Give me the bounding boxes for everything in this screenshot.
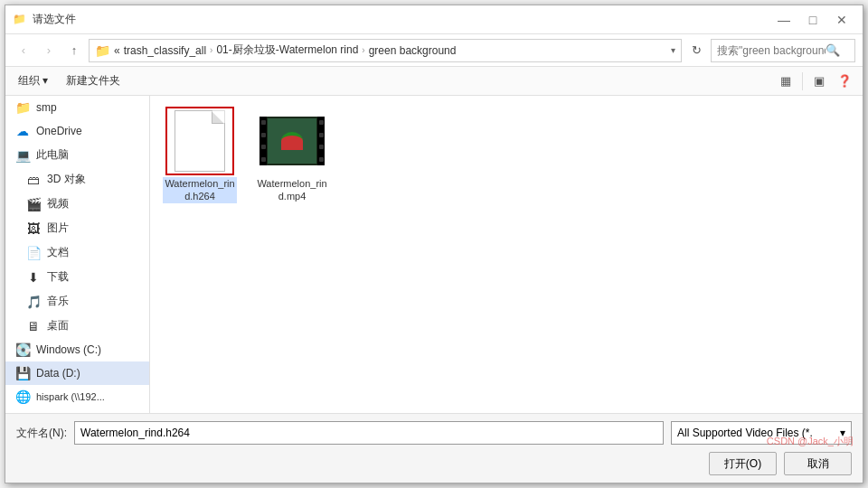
address-bar[interactable]: 📁 « trash_classify_all › 01-厨余垃圾-Waterme… bbox=[89, 39, 682, 62]
up-button[interactable]: ↑ bbox=[63, 40, 85, 61]
film-hole bbox=[261, 133, 266, 137]
sidebar: 📁 smp ☁ OneDrive 💻 此电脑 🗃 3D 对象 🎬 视频 🖼 bbox=[5, 96, 150, 413]
sidebar-item-label: 桌面 bbox=[47, 318, 69, 333]
titlebar-left: 📁 请选文件 bbox=[13, 12, 76, 27]
organize-button[interactable]: 组织 ▾ bbox=[13, 71, 53, 90]
film-hole bbox=[261, 145, 266, 149]
drive-c-icon: 💽 bbox=[14, 343, 31, 357]
dialog-icon: 📁 bbox=[13, 13, 27, 27]
titlebar: 📁 请选文件 — □ ✕ bbox=[5, 5, 863, 34]
open-button[interactable]: 打开(O) bbox=[709, 452, 777, 475]
drive-d-icon: 💾 bbox=[14, 366, 31, 380]
titlebar-controls: — □ ✕ bbox=[770, 11, 855, 29]
film-strip-right bbox=[317, 117, 325, 165]
folder-icon: 📁 bbox=[14, 100, 31, 115]
dialog-title: 请选文件 bbox=[33, 12, 76, 27]
sidebar-item-desktop[interactable]: 🖥 桌面 bbox=[5, 314, 149, 338]
file-dialog: 📁 请选文件 — □ ✕ ‹ › ↑ 📁 « trash_classify_al… bbox=[5, 5, 863, 483]
sidebar-item-datad[interactable]: 💾 Data (D:) bbox=[5, 361, 149, 385]
forward-button[interactable]: › bbox=[38, 40, 60, 61]
watermelon-graphic bbox=[281, 132, 303, 150]
doc-icon: 📄 bbox=[25, 246, 42, 260]
breadcrumb-sep1: › bbox=[210, 45, 212, 55]
desktop-icon: 🖥 bbox=[25, 319, 42, 333]
sidebar-item-music[interactable]: 🎵 音乐 bbox=[5, 289, 149, 314]
search-icon[interactable]: 🔍 bbox=[826, 43, 840, 57]
document-icon bbox=[175, 110, 225, 172]
search-bar[interactable]: 🔍 bbox=[711, 39, 855, 62]
video-thumbnail bbox=[259, 117, 325, 165]
sidebar-item-image[interactable]: 🖼 图片 bbox=[5, 216, 149, 240]
folder-icon: 📁 bbox=[95, 43, 110, 58]
film-hole bbox=[319, 120, 324, 125]
filename-row: 文件名(N): All Supported Video Files (*. ▾ bbox=[16, 421, 852, 445]
sidebar-item-doc[interactable]: 📄 文档 bbox=[5, 240, 149, 265]
sidebar-item-hispark[interactable]: 🌐 hispark (\\192... bbox=[5, 385, 149, 408]
film-hole bbox=[261, 157, 266, 162]
organize-toolbar: 组织 ▾ 新建文件夹 ▦ ▣ ❓ bbox=[5, 67, 863, 96]
filename-label: 文件名(N): bbox=[16, 426, 67, 441]
refresh-button[interactable]: ↻ bbox=[685, 40, 707, 61]
file-icon-wrapper bbox=[259, 108, 325, 174]
view-large-icon-button[interactable]: ▦ bbox=[775, 70, 797, 92]
file-name: Watermelon_rind.h264 bbox=[163, 177, 237, 203]
minimize-button[interactable]: — bbox=[770, 11, 797, 29]
download-icon: ⬇ bbox=[25, 270, 42, 285]
breadcrumb-current: green background bbox=[369, 44, 457, 57]
breadcrumb-part1: trash_classify_all bbox=[124, 44, 206, 57]
sidebar-item-label: Windows (C:) bbox=[36, 343, 101, 356]
film-hole bbox=[261, 120, 266, 125]
filename-input[interactable] bbox=[74, 421, 664, 445]
film-strip-left bbox=[259, 117, 267, 165]
file-item[interactable]: Watermelon_rind.mp4 bbox=[251, 105, 333, 207]
video-icon: 🎬 bbox=[25, 197, 42, 211]
sidebar-item-thispc[interactable]: 💻 此电脑 bbox=[5, 143, 149, 167]
file-grid: Watermelon_rind.h264 bbox=[159, 105, 854, 207]
sidebar-item-label: 文档 bbox=[47, 245, 69, 260]
sidebar-item-video[interactable]: 🎬 视频 bbox=[5, 192, 149, 216]
help-button[interactable]: ❓ bbox=[834, 70, 855, 92]
sidebar-item-onedrive[interactable]: ☁ OneDrive bbox=[5, 119, 149, 143]
address-dropdown-icon[interactable]: ▾ bbox=[671, 45, 675, 55]
breadcrumb-part2: 01-厨余垃圾-Watermelon rind bbox=[216, 42, 358, 58]
file-icon-wrapper bbox=[167, 108, 232, 174]
address-toolbar: ‹ › ↑ 📁 « trash_classify_all › 01-厨余垃圾-W… bbox=[5, 34, 863, 67]
pc-icon: 💻 bbox=[14, 148, 31, 163]
file-area[interactable]: Watermelon_rind.h264 bbox=[150, 96, 863, 413]
close-button[interactable]: ✕ bbox=[828, 11, 855, 29]
image-icon: 🖼 bbox=[25, 221, 42, 236]
search-input[interactable] bbox=[717, 44, 826, 57]
sidebar-item-label: 视频 bbox=[47, 196, 69, 211]
main-content: 📁 smp ☁ OneDrive 💻 此电脑 🗃 3D 对象 🎬 视频 🖼 bbox=[5, 96, 863, 413]
breadcrumb-sep2: › bbox=[362, 45, 364, 55]
watermark: CSDN @Jack_小明 bbox=[767, 435, 854, 448]
maximize-button[interactable]: □ bbox=[799, 11, 826, 29]
sidebar-item-label: 3D 对象 bbox=[47, 172, 86, 187]
sidebar-item-download[interactable]: ⬇ 下载 bbox=[5, 265, 149, 289]
video-thumbnail-inner bbox=[268, 118, 316, 164]
file-item[interactable]: Watermelon_rind.h264 bbox=[159, 105, 241, 207]
sidebar-item-label: 下载 bbox=[47, 269, 69, 285]
sidebar-item-3d[interactable]: 🗃 3D 对象 bbox=[5, 167, 149, 192]
sidebar-item-label: Data (D:) bbox=[36, 367, 80, 380]
breadcrumb-prefix: « bbox=[114, 44, 120, 57]
network-icon: 🌐 bbox=[14, 389, 31, 404]
sidebar-item-winc[interactable]: 💽 Windows (C:) bbox=[5, 338, 149, 361]
sidebar-item-smp[interactable]: 📁 smp bbox=[5, 96, 149, 119]
sidebar-item-label: 音乐 bbox=[47, 294, 69, 309]
cancel-button[interactable]: 取消 bbox=[784, 452, 852, 475]
music-icon: 🎵 bbox=[25, 295, 42, 309]
back-button[interactable]: ‹ bbox=[13, 40, 34, 61]
film-hole bbox=[319, 157, 324, 162]
sidebar-item-label: hispark (\\192... bbox=[36, 391, 105, 402]
sidebar-item-label: 此电脑 bbox=[36, 147, 69, 163]
cloud-icon: ☁ bbox=[14, 124, 31, 138]
sidebar-item-label: smp bbox=[36, 101, 57, 114]
film-hole bbox=[319, 133, 324, 137]
sidebar-item-label: OneDrive bbox=[36, 125, 82, 137]
sidebar-item-network[interactable]: 🌐 网络 bbox=[5, 408, 149, 413]
view-detail-button[interactable]: ▣ bbox=[808, 70, 830, 92]
bottom-bar: 文件名(N): All Supported Video Files (*. ▾ … bbox=[5, 413, 863, 483]
new-folder-button[interactable]: 新建文件夹 bbox=[61, 71, 126, 90]
separator bbox=[802, 72, 803, 90]
